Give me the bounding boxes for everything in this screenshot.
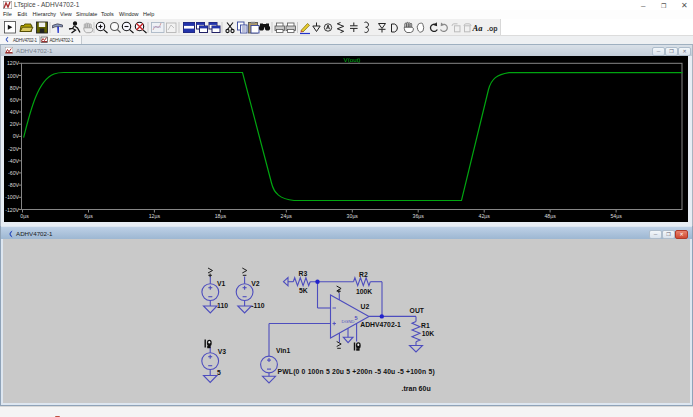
svg-text:80V: 80V	[10, 85, 20, 91]
svg-text:R3: R3	[299, 270, 308, 277]
svg-text:R2: R2	[359, 271, 368, 278]
svg-text:5K: 5K	[299, 287, 308, 294]
svg-text:20V: 20V	[10, 121, 20, 127]
svg-text:-20V: -20V	[8, 146, 19, 152]
svg-text:V2: V2	[251, 280, 260, 287]
svg-text:0µs: 0µs	[20, 213, 29, 219]
svg-text:18µs: 18µs	[215, 213, 227, 219]
svg-text:100K: 100K	[356, 288, 372, 295]
svg-text:54µs: 54µs	[610, 213, 622, 219]
svg-text:30µs: 30µs	[347, 213, 359, 219]
svg-text:5: 5	[217, 369, 221, 376]
svg-text:.tran 60u: .tran 60u	[402, 385, 431, 392]
svg-text:.op: .op	[487, 25, 498, 33]
svg-text:40V: 40V	[10, 109, 20, 115]
svg-text:DGND: DGND	[342, 319, 355, 324]
svg-text:-100V: -100V	[5, 194, 19, 200]
svg-text:6µs: 6µs	[84, 213, 93, 219]
svg-text:-120V: -120V	[5, 207, 19, 213]
svg-text:0V: 0V	[13, 133, 20, 139]
svg-text:36µs: 36µs	[413, 213, 425, 219]
svg-text:PWL(0 0 100n 5 20u 5 +200n -5: PWL(0 0 100n 5 20u 5 +200n -5 40u -5 +10…	[278, 368, 435, 376]
svg-text:24µs: 24µs	[281, 213, 293, 219]
svg-text:120V: 120V	[7, 60, 20, 66]
svg-text:-60V: -60V	[8, 170, 19, 176]
svg-text:OUT: OUT	[410, 307, 425, 314]
svg-text:5: 5	[355, 315, 358, 321]
svg-text:V3: V3	[218, 348, 227, 355]
svg-text:10K: 10K	[422, 330, 435, 337]
svg-text:U2: U2	[361, 303, 370, 310]
svg-text:Aa: Aa	[472, 23, 484, 33]
svg-text:12µs: 12µs	[149, 213, 161, 219]
svg-text:Vin1: Vin1	[276, 347, 290, 354]
svg-text:-80V: -80V	[8, 182, 19, 188]
svg-text:110: 110	[217, 302, 228, 309]
svg-text:-110: -110	[251, 302, 264, 309]
svg-text:R1: R1	[421, 322, 430, 329]
svg-text:-40V: -40V	[8, 158, 19, 164]
svg-text:42µs: 42µs	[479, 213, 491, 219]
svg-text:V1: V1	[217, 280, 226, 287]
svg-text:V(out): V(out)	[344, 56, 361, 63]
svg-text:60V: 60V	[10, 97, 20, 103]
svg-text:ADHV4702-1: ADHV4702-1	[360, 321, 401, 328]
svg-text:48µs: 48µs	[544, 213, 556, 219]
svg-text:100V: 100V	[7, 73, 20, 79]
